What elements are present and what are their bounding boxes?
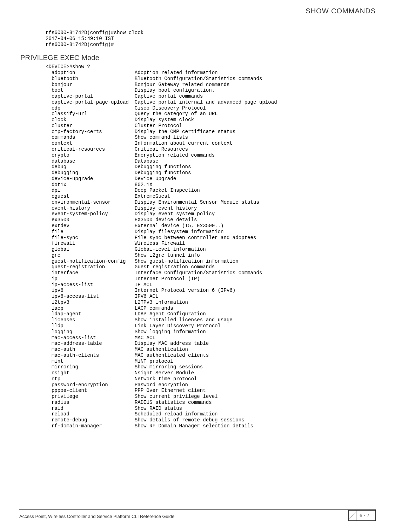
- page-footer: Access Point, Wireless Controller and Se…: [19, 509, 376, 523]
- section-heading: PRIVILEGE EXEC Mode: [20, 54, 376, 62]
- command-block: <DEVICE>#show ? adoption Adoption relate…: [46, 64, 376, 429]
- header-rule: [19, 17, 376, 17]
- intro-line1: rfs6000-81742D(config)#show clock: [46, 30, 143, 35]
- footer-rule: [19, 509, 376, 510]
- page-header-title: SHOW COMMANDS: [306, 7, 376, 15]
- intro-block: rfs6000-81742D(config)#show clock 2017-0…: [46, 30, 376, 47]
- page-content: rfs6000-81742D(config)#show clock 2017-0…: [46, 30, 376, 429]
- command-list: adoption Adoption related information bl…: [46, 70, 277, 429]
- footer-text: Access Point, Wireless Controller and Se…: [19, 514, 174, 519]
- page-number-badge: 6 - 7: [348, 510, 376, 521]
- show-prompt: <DEVICE>#show ?: [46, 64, 90, 70]
- intro-line3: rfs6000-81742D(config)#: [46, 42, 114, 47]
- page-number: 6 - 7: [355, 513, 369, 518]
- intro-line2: 2017-04-06 15:49:10 IST: [46, 36, 114, 41]
